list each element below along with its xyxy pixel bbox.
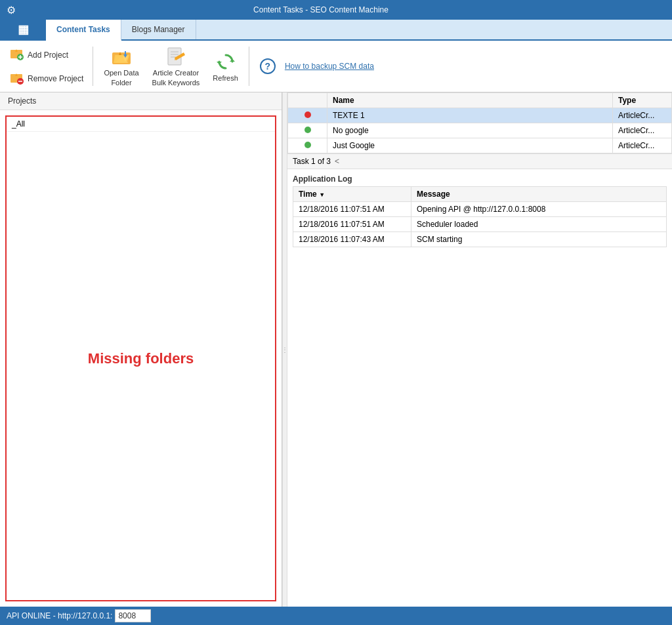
open-data-folder-line1: Open Data <box>104 69 138 77</box>
tasks-table: Name Type TEXTE 1 <box>287 92 672 153</box>
article-creator-line2: Bulk Keywords <box>152 79 200 87</box>
open-data-folder-line2: Folder <box>111 79 131 87</box>
right-panel: Name Type TEXTE 1 <box>287 92 672 607</box>
task-status-cell <box>288 138 327 153</box>
help-section: ? How to backup SCM data <box>255 58 379 74</box>
help-icon: ? <box>260 58 276 74</box>
task-row[interactable]: No google ArticleCr... <box>288 123 672 138</box>
pagination-bar: Task 1 of 3 < <box>287 153 672 169</box>
svg-marker-22 <box>217 62 222 64</box>
refresh-label: Refresh <box>213 74 238 82</box>
add-project-icon <box>9 46 24 60</box>
col-name-header <box>288 93 327 108</box>
pagination-prev-button[interactable]: < <box>335 157 339 166</box>
log-time-cell: 12/18/2016 11:07:43 AM <box>293 232 411 247</box>
add-icon <box>9 46 24 64</box>
article-creator-icon <box>165 46 186 67</box>
remove-project-label: Remove Project <box>28 74 83 83</box>
missing-folders-message: Missing folders <box>88 350 194 367</box>
log-row: 12/18/2016 11:07:51 AM Scheduler loaded <box>293 217 667 232</box>
projects-panel-inner: _All Missing folders <box>5 115 276 601</box>
log-time-cell: 12/18/2016 11:07:51 AM <box>293 202 411 217</box>
add-project-label: Add Project <box>28 50 68 60</box>
task-name-cell: Just Google <box>327 138 613 153</box>
task-name-cell: No google <box>327 123 613 138</box>
svg-marker-21 <box>230 59 235 62</box>
open-folder-icon <box>111 46 132 67</box>
panel-header: Projects <box>0 92 282 110</box>
project-actions-group: Add Project Remove Project <box>5 44 87 89</box>
task-row[interactable]: TEXTE 1 ArticleCr... <box>288 108 672 123</box>
task-status-cell <box>288 108 327 123</box>
toolbar-separator-1 <box>93 47 93 86</box>
task-name-cell: TEXTE 1 <box>327 108 613 123</box>
window-title: Content Tasks - SEO Content Machine <box>253 5 388 14</box>
log-time-header[interactable]: Time <box>293 187 411 202</box>
col-type-header: Type <box>613 93 672 108</box>
log-message-header: Message <box>411 187 667 202</box>
app-log-title: Application Log <box>293 174 667 184</box>
task-type-cell: ArticleCr... <box>613 123 672 138</box>
main-content: Projects _All Missing folders ⋮ Name <box>0 92 672 607</box>
status-dot-red <box>304 111 311 118</box>
add-project-button[interactable]: Add Project <box>5 44 72 66</box>
status-dot-green <box>304 142 311 148</box>
article-creator-line1: Article Creator <box>153 69 199 77</box>
app-logo: ▦ <box>0 20 46 39</box>
log-row: 12/18/2016 11:07:43 AM SCM starting <box>293 232 667 247</box>
app-log-section: Application Log Time Message <box>287 169 672 607</box>
log-row: 12/18/2016 11:07:51 AM Opening API @ htt… <box>293 202 667 217</box>
tab-bar: ▦ Content Tasks Blogs Manager <box>0 20 672 41</box>
col-task-name-header: Name <box>327 93 613 108</box>
backup-help-link[interactable]: How to backup SCM data <box>285 62 374 71</box>
port-input[interactable] <box>115 609 151 622</box>
task-status-cell <box>288 123 327 138</box>
toolbar-separator-2 <box>249 47 249 86</box>
status-dot-green <box>304 127 311 133</box>
task-type-cell: ArticleCr... <box>613 138 672 153</box>
resize-handle[interactable]: ⋮ <box>282 92 287 607</box>
log-table: Time Message 12/18/2016 11:07:51 AM Open <box>293 186 667 247</box>
remove-project-icon <box>9 70 24 85</box>
refresh-icon <box>215 51 236 72</box>
task-row[interactable]: Just Google ArticleCr... <box>288 138 672 153</box>
refresh-button[interactable]: Refresh <box>207 49 243 85</box>
gear-icon: ⚙ <box>7 4 16 16</box>
toolbar: Add Project Remove Project <box>0 41 672 92</box>
left-panel: Projects _All Missing folders <box>0 92 282 607</box>
log-message-cell: Opening API @ http://127.0.0.1:8008 <box>411 202 667 217</box>
tab-content-tasks[interactable]: Content Tasks <box>46 20 121 41</box>
project-all-item[interactable]: _All <box>7 117 275 132</box>
status-text: API ONLINE - http://127.0.0.1: <box>7 611 112 620</box>
remove-project-button[interactable]: Remove Project <box>5 68 87 89</box>
log-time-cell: 12/18/2016 11:07:51 AM <box>293 217 411 232</box>
tasks-table-container: Name Type TEXTE 1 <box>287 92 672 153</box>
log-message-cell: SCM starting <box>411 232 667 247</box>
status-bar: API ONLINE - http://127.0.0.1: <box>0 607 672 625</box>
log-message-cell: Scheduler loaded <box>411 217 667 232</box>
open-data-folder-button[interactable]: Open Data Folder <box>98 43 144 89</box>
pagination-text: Task 1 of 3 <box>293 157 331 166</box>
task-type-cell: ArticleCr... <box>613 108 672 123</box>
article-creator-button[interactable]: Article Creator Bulk Keywords <box>147 43 205 89</box>
remove-icon <box>9 70 24 87</box>
title-bar: ⚙ Content Tasks - SEO Content Machine <box>0 0 672 20</box>
projects-header[interactable]: Projects <box>5 95 39 107</box>
tab-blogs-manager[interactable]: Blogs Manager <box>121 20 196 39</box>
